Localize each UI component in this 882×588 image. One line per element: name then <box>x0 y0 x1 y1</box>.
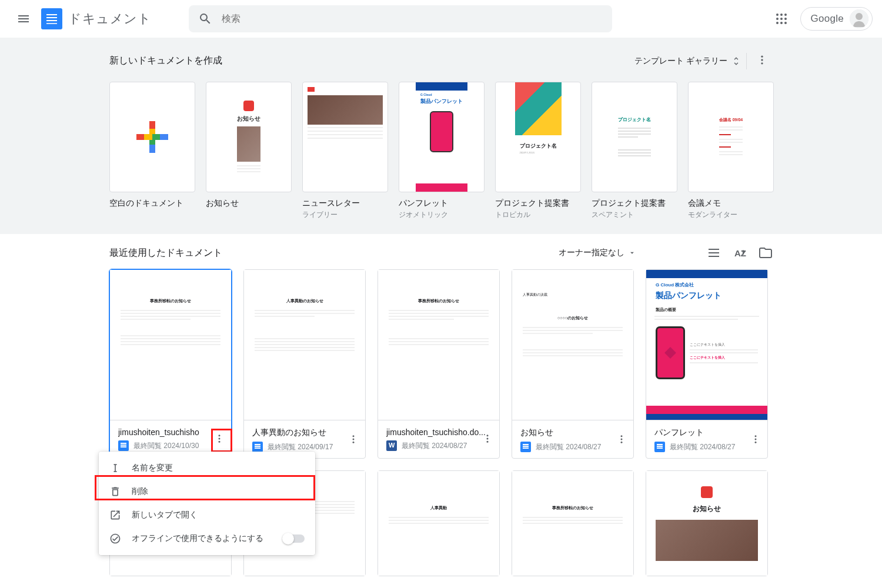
doc-card[interactable]: 人事異動の決裁○○○○のお知らせ お知らせ 最終閲覧 2024/08/27 <box>512 269 634 459</box>
avatar <box>850 9 868 28</box>
unfold-icon <box>731 56 741 66</box>
template-blank[interactable]: 空白のドキュメント <box>109 82 195 220</box>
recent-title: 最近使用したドキュメント <box>109 247 222 259</box>
svg-point-10 <box>856 13 863 20</box>
template-subtitle: トロピカル <box>495 210 581 220</box>
app-name: ドキュメント <box>68 10 151 28</box>
docs-file-icon <box>520 442 531 452</box>
doc-name: パンフレット <box>654 427 759 438</box>
template-newsletter[interactable]: ニュースレター ライブリー <box>302 82 388 220</box>
template-subtitle: モダンライター <box>688 210 774 220</box>
svg-point-3 <box>776 18 779 20</box>
template-brochure[interactable]: G Cloud製品パンフレット パンフレット ジオメトリック <box>399 82 485 220</box>
svg-point-2 <box>784 14 787 16</box>
google-apps-button[interactable] <box>767 5 796 33</box>
svg-point-27 <box>755 435 757 437</box>
template-name: プロジェクト提案書 <box>495 198 581 209</box>
templates-more-button[interactable] <box>751 49 773 72</box>
search-bar[interactable] <box>189 5 612 32</box>
owner-filter[interactable]: オーナー指定なし <box>559 248 636 258</box>
menu-label: 削除 <box>132 486 148 497</box>
more-vert-icon <box>616 434 627 445</box>
brochure-desc: 製品の概要 <box>654 307 759 314</box>
docs-logo[interactable] <box>40 7 64 31</box>
doc-date: 最終閲覧 2024/08/27 <box>536 442 625 452</box>
svg-point-12 <box>761 59 763 61</box>
doc-date: 最終閲覧 2024/08/27 <box>402 441 491 451</box>
menu-new-tab[interactable]: 新しいタブで開く <box>99 503 315 527</box>
docs-file-icon <box>252 442 263 452</box>
doc-card[interactable]: 事務所移転のお知らせ jimushoiten_tsuchisho.do... 最… <box>377 269 500 459</box>
more-vert-icon <box>348 434 359 445</box>
svg-text:AZ: AZ <box>734 248 746 258</box>
hamburger-icon <box>16 12 31 26</box>
template-notice[interactable]: お知らせ お知らせ <box>206 82 292 220</box>
menu-delete[interactable]: 削除 <box>99 480 315 503</box>
svg-point-11 <box>761 56 763 58</box>
svg-point-5 <box>784 18 787 20</box>
doc-card[interactable]: G Cloud 株式会社 製品パンフレット 製品の概要 ここにテキストを挿入ここ… <box>646 269 768 459</box>
svg-point-4 <box>780 18 783 20</box>
svg-point-16 <box>219 438 220 440</box>
svg-point-25 <box>621 439 623 440</box>
doc-card[interactable]: 人事異動 <box>377 470 500 576</box>
menu-label: 名前を変更 <box>132 463 173 473</box>
divider <box>746 53 747 69</box>
sort-icon[interactable]: AZ <box>733 246 747 260</box>
folder-icon[interactable] <box>759 246 773 260</box>
svg-point-20 <box>353 442 355 443</box>
svg-point-0 <box>776 14 779 16</box>
more-vert-icon <box>214 433 225 444</box>
svg-point-29 <box>755 442 757 443</box>
doc-card[interactable]: お知らせ <box>646 470 768 576</box>
template-meeting[interactable]: 会議名 09/04 会議メモ モダンライター <box>688 82 774 220</box>
search-input[interactable] <box>222 14 603 24</box>
more-vert-icon <box>756 54 768 66</box>
docs-file-icon <box>654 442 665 452</box>
offline-toggle[interactable] <box>283 534 305 543</box>
template-proposal-tropical[interactable]: プロジェクト名2024年1月1日 プロジェクト提案書 トロピカル <box>495 82 581 220</box>
offline-icon <box>109 533 121 544</box>
menu-offline[interactable]: オフラインで使用できるようにする <box>99 527 315 550</box>
context-menu: 名前を変更 削除 新しいタブで開く オフラインで使用できるようにする <box>99 452 315 555</box>
trash-icon <box>109 486 121 497</box>
template-name: ニュースレター <box>302 198 388 209</box>
doc-more-button[interactable] <box>746 430 765 449</box>
template-name: お知らせ <box>206 198 292 209</box>
doc-name: お知らせ <box>520 427 625 438</box>
google-label: Google <box>810 13 844 25</box>
template-proposal-spearmint[interactable]: プロジェクト名 プロジェクト提案書 スペアミント <box>592 82 677 220</box>
doc-card[interactable]: 事務所移転のお知らせ <box>512 470 634 576</box>
open-new-tab-icon <box>109 509 121 521</box>
template-subtitle: スペアミント <box>592 210 677 220</box>
svg-point-7 <box>780 22 783 24</box>
brochure-company: G Cloud 株式会社 <box>654 278 759 288</box>
dropdown-icon <box>628 249 636 257</box>
doc-date: 最終閲覧 2024/10/30 <box>133 441 223 451</box>
doc-date: 最終閲覧 2024/08/27 <box>670 442 759 452</box>
doc-more-button[interactable] <box>210 429 229 448</box>
svg-point-6 <box>776 22 779 24</box>
menu-rename[interactable]: 名前を変更 <box>99 456 315 480</box>
doc-more-button[interactable] <box>478 429 497 448</box>
doc-card[interactable]: 人事異動のお知らせ 人事異動のお知らせ 最終閲覧 2024/09/17 <box>243 269 366 459</box>
doc-card[interactable]: 事務所移転のお知らせ jimushoiten_tsuchisho 最終閲覧 20… <box>109 269 232 459</box>
template-subtitle: ジオメトリック <box>399 210 485 220</box>
owner-filter-label: オーナー指定なし <box>559 248 624 258</box>
word-file-icon <box>386 440 397 451</box>
doc-more-button[interactable] <box>612 430 631 449</box>
doc-name: 人事異動のお知らせ <box>252 427 357 438</box>
menu-label: 新しいタブで開く <box>132 510 198 520</box>
doc-more-button[interactable] <box>344 430 363 449</box>
template-gallery-link[interactable]: テンプレート ギャラリー <box>634 56 741 66</box>
svg-point-17 <box>219 441 220 443</box>
main-menu-button[interactable] <box>9 5 38 33</box>
google-account-button[interactable]: Google <box>800 7 873 31</box>
gallery-link-label: テンプレート ギャラリー <box>634 56 727 66</box>
svg-point-21 <box>487 435 489 436</box>
list-view-icon[interactable] <box>707 246 721 260</box>
rename-icon <box>109 462 121 474</box>
templates-title: 新しいドキュメントを作成 <box>109 55 222 67</box>
svg-point-28 <box>755 439 757 440</box>
more-vert-icon <box>482 433 493 444</box>
